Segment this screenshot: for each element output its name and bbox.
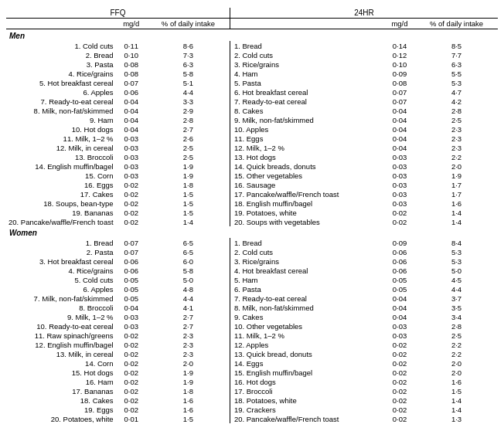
hr24-rank-food: 3. Rice/grains: [230, 256, 383, 266]
ffq-food: Ham: [98, 116, 114, 124]
ffq-mgd: 0·06: [116, 266, 147, 275]
hr24-mgd: 0·04: [384, 115, 415, 124]
hr24-mgd: 0·10: [384, 59, 415, 69]
ffq-mgd: 0·02: [116, 405, 147, 414]
ffq-pct: 2·7: [147, 124, 230, 134]
ffq-pct: 6·0: [147, 256, 230, 266]
table-row: 18. Cakes 0·02 1·6 18. Potatoes, white 0…: [6, 395, 498, 405]
ffq-rank: 12. English muffin/bagel: [6, 340, 116, 349]
ffq-mgd: 0·03: [116, 152, 147, 161]
ffq-food: Ham: [98, 378, 114, 386]
ffq-mgd: 0·03: [116, 134, 147, 143]
ffq-rank: 17. Cakes: [6, 189, 116, 199]
ffq-rank: 5. Hot breakfast cereal: [6, 78, 116, 87]
hr24-pct: 8·5: [415, 41, 498, 50]
table-row: 16. Eggs 0·02 1·8 16. Sausage 0·03 1·7: [6, 180, 498, 189]
hr24-rank-food: 19. Crackers: [230, 405, 383, 414]
ffq-mgd: 0·04: [116, 115, 147, 124]
table-row: 17. Bananas 0·02 1·8 17. Broccoli 0·02 1…: [6, 386, 498, 395]
table-row: 20. Potatoes, white 0·01 1·5 20. Pancake…: [6, 414, 498, 423]
hr24-pct: 2·3: [415, 143, 498, 152]
ffq-pct: 1·9: [147, 161, 230, 171]
hr24-rank-food: 12. Apples: [230, 340, 383, 349]
ffq-pct: 4·4: [147, 294, 230, 303]
table-row: 6. Apples 0·05 4·8 6. Pasta 0·05 4·4: [6, 284, 498, 294]
hr24-rank-food: 7. Ready-to-eat cereal: [230, 97, 383, 106]
table-row: 10. Hot dogs 0·04 2·7 10. Apples 0·04 2·…: [6, 124, 498, 134]
hr24-rank-food: 9. Milk, non-fat/skimmed: [230, 115, 383, 124]
ffq-rank: 19. Eggs: [6, 405, 116, 414]
ffq-pct: 3·3: [147, 97, 230, 106]
ffq-mgd: 0·06: [116, 87, 147, 97]
ffq-food: Rice/grains: [77, 70, 114, 78]
hr24-pct: 1·4: [415, 405, 498, 414]
ffq-pct: 2·7: [147, 321, 230, 331]
ffq-rank: 4. Rice/grains: [6, 69, 116, 78]
ffq-pct: 2·5: [147, 152, 230, 161]
hr24-pct: 5·5: [415, 69, 498, 78]
ffq-food: Rice/grains: [77, 266, 114, 275]
ffq-pct: 5·1: [147, 78, 230, 87]
ffq-rank: 18. Soups, bean-type: [6, 199, 116, 208]
hr24-mgd: 0·02: [384, 217, 415, 226]
ffq-pct: 2·8: [147, 115, 230, 124]
ffq-rank: 10. Ready-to-eat cereal: [6, 321, 116, 331]
section-label: Women: [6, 226, 498, 238]
ffq-mgd: 0·02: [116, 208, 147, 217]
ffq-pct: 2·3: [147, 340, 230, 349]
ffq-food: Hot dogs: [84, 125, 114, 134]
hr24-pct: 1·3: [415, 414, 498, 423]
hr24-rank-food: 1. Bread: [230, 41, 383, 50]
table-row: 15. Corn 0·03 1·9 15. Other vegetables 0…: [6, 171, 498, 180]
table-row: 7. Ready-to-eat cereal 0·04 3·3 7. Ready…: [6, 97, 498, 106]
ffq-mgd: 0·03: [116, 321, 147, 331]
ffq-mgd: 0·02: [116, 340, 147, 349]
table-row: 6. Apples 0·06 4·4 6. Hot breakfast cere…: [6, 87, 498, 97]
hr24-mgd: 0·06: [384, 247, 415, 256]
ffq-header: FFQ: [6, 8, 230, 19]
table-row: 9. Ham 0·04 2·8 9. Milk, non-fat/skimmed…: [6, 115, 498, 124]
ffq-mgd: 0·03: [116, 143, 147, 152]
table-row: 1. Cold cuts 0·11 8·6 1. Bread 0·14 8·5: [6, 41, 498, 50]
ffq-rank: 2. Bread: [6, 50, 116, 59]
table-row: 11. Raw spinach/greens 0·02 2·3 11. Milk…: [6, 331, 498, 340]
hr24-pct: 2·0: [415, 161, 498, 171]
hr24-rank-food: 16. Sausage: [230, 180, 383, 189]
table-row: 13. Broccoli 0·03 2·5 13. Hot dogs 0·03 …: [6, 152, 498, 161]
hr24-mgd: 0·03: [384, 331, 415, 340]
table-row: 14. English muffin/bagel 0·03 1·9 14. Qu…: [6, 161, 498, 171]
section-header: Men: [6, 29, 498, 42]
hr24-mgd: 0·04: [384, 303, 415, 312]
ffq-food: Corn: [97, 171, 114, 180]
table-row: 14. Corn 0·02 2·0 14. Eggs 0·02 2·0: [6, 358, 498, 368]
hr24-mgd: 0·03: [384, 171, 415, 180]
hr24-pct: 4·4: [415, 284, 498, 294]
hr24-mgd: 0·05: [384, 275, 415, 284]
hr24-mgd: 0·03: [384, 161, 415, 171]
hr24-mgd: 0·02: [384, 377, 415, 386]
table-row: 3. Pasta 0·08 6·3 3. Rice/grains 0·10 6·…: [6, 59, 498, 69]
table-row: 10. Ready-to-eat cereal 0·03 2·7 10. Oth…: [6, 321, 498, 331]
ffq-food: Raw spinach/greens: [46, 331, 113, 340]
ffq-mgd: 0·04: [116, 303, 147, 312]
ffq-mgd: 0·02: [116, 377, 147, 386]
hr24-rank-food: 19. Potatoes, white: [230, 208, 383, 217]
hr24-pct: 1·5: [415, 386, 498, 395]
hr24-rank-food: 11. Milk, 1–2 %: [230, 331, 383, 340]
ffq-pct: 2·3: [147, 331, 230, 340]
ffq-rank: 10. Hot dogs: [6, 124, 116, 134]
hr24-pct: 2·5: [415, 115, 498, 124]
ffq-mgd: 0·04: [116, 106, 147, 115]
ffq-mgd: 0·02: [116, 199, 147, 208]
ffq-food: Pasta: [94, 248, 113, 256]
ffq-pct: 1·6: [147, 395, 230, 405]
hr24-header: 24HR: [230, 8, 498, 19]
ffq-food: Bananas: [84, 387, 114, 395]
ffq-food: Ready-to-eat cereal: [49, 97, 113, 106]
hr24-rank-food: 11. Eggs: [230, 134, 383, 143]
ffq-rank: 3. Hot breakfast cereal: [6, 256, 116, 266]
ffq-rank: 2. Pasta: [6, 247, 116, 256]
ffq-mgd: 0·02: [116, 331, 147, 340]
ffq-food: Bananas: [84, 209, 114, 217]
hr24-mgd: 0·02: [384, 368, 415, 377]
